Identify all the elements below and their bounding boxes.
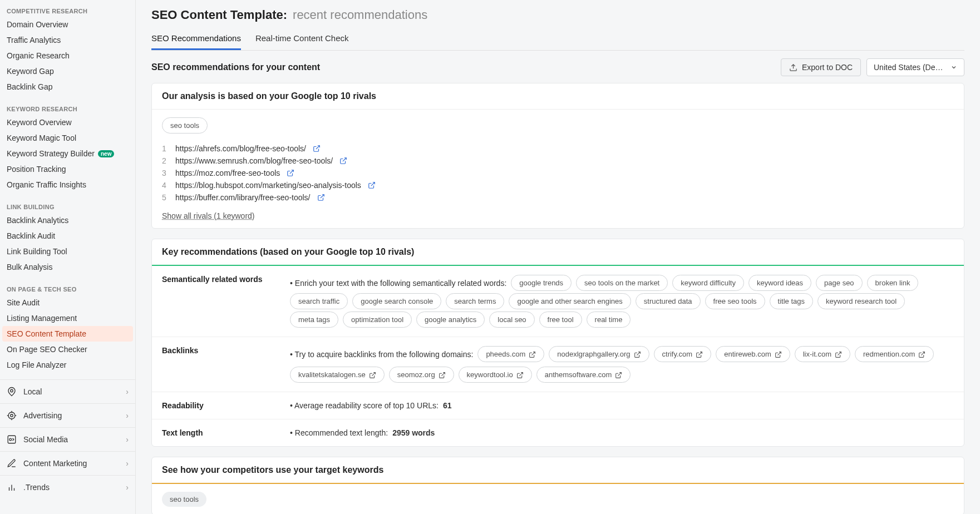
- rival-url[interactable]: https://buffer.com/library/free-seo-tool…: [175, 193, 311, 202]
- backlink-domain-pill[interactable]: redmention.com: [855, 346, 934, 362]
- semantic-tag[interactable]: real time: [587, 312, 631, 328]
- semantic-tag[interactable]: optimization tool: [343, 312, 412, 328]
- external-link-icon[interactable]: [339, 157, 347, 165]
- row-semantic: Semantically related words Enrich your t…: [152, 266, 964, 337]
- sidebar-item-backlink-analytics[interactable]: Backlink Analytics: [0, 212, 135, 228]
- sidebar-item-listing[interactable]: Listing Management: [0, 310, 135, 326]
- semantic-tag[interactable]: meta tags: [290, 312, 338, 328]
- semantic-tag[interactable]: keyword difficulty: [672, 275, 744, 291]
- backlink-domain-pill[interactable]: entireweb.com: [716, 346, 790, 362]
- sidebar-item-site-audit[interactable]: Site Audit: [0, 295, 135, 310]
- svg-line-13: [316, 146, 319, 149]
- sidebar-item-organic-research[interactable]: Organic Research: [0, 48, 135, 63]
- textlength-value: 2959 words: [392, 428, 435, 437]
- semantic-tag[interactable]: keyword research tool: [818, 293, 905, 309]
- page-title: SEO Content Template: recent recommendat…: [151, 8, 964, 22]
- semantic-tag[interactable]: search traffic: [290, 293, 348, 309]
- sidebar-footer-advertising[interactable]: Advertising ›: [0, 403, 135, 427]
- chevron-right-icon: ›: [126, 387, 129, 396]
- semantic-tag[interactable]: seo tools on the market: [576, 275, 668, 291]
- sidebar-item-seo-content-template[interactable]: SEO Content Template: [2, 326, 133, 342]
- rival-url[interactable]: https://blog.hubspot.com/marketing/seo-a…: [175, 181, 361, 190]
- sidebar-item-onpage-checker[interactable]: On Page SEO Checker: [0, 342, 135, 357]
- sidebar-item-organic-insights[interactable]: Organic Traffic Insights: [0, 177, 135, 192]
- svg-line-15: [290, 170, 293, 174]
- competitor-title: See how your competitors use your target…: [152, 457, 964, 484]
- svg-line-25: [441, 373, 445, 376]
- key-title: Key recommendations (based on your Googl…: [152, 239, 964, 266]
- show-all-link[interactable]: Show all rivals (1 keyword): [162, 211, 255, 220]
- sidebar-item-backlink-audit[interactable]: Backlink Audit: [0, 228, 135, 244]
- semantic-tag[interactable]: broken link: [867, 275, 919, 291]
- rival-num: 5: [162, 193, 169, 202]
- sidebar-section-competitive: COMPETITIVE RESEARCH: [0, 4, 135, 17]
- svg-line-18: [532, 352, 535, 355]
- sidebar-footer-trends[interactable]: .Trends ›: [0, 475, 135, 499]
- sidebar-footer-local[interactable]: Local ›: [0, 379, 135, 403]
- backlink-domain-pill[interactable]: keywordtool.io: [459, 367, 532, 383]
- external-link-icon[interactable]: [287, 169, 294, 177]
- rival-row: 1https://ahrefs.com/blog/free-seo-tools/: [162, 142, 954, 155]
- backlink-domain-pill[interactable]: lix-it.com: [795, 346, 850, 362]
- semantic-tag[interactable]: google search console: [352, 293, 441, 309]
- sidebar-footer-social[interactable]: Social Media ›: [0, 427, 135, 451]
- section-heading: SEO recommendations for your content: [151, 62, 320, 72]
- sidebar-item-keyword-strategy[interactable]: Keyword Strategy Builder new: [0, 146, 135, 161]
- tab-seo-recommendations[interactable]: SEO Recommendations: [151, 33, 241, 50]
- svg-line-17: [320, 195, 323, 198]
- backlink-domain-pill[interactable]: nodexlgraphgallery.org: [549, 346, 649, 362]
- sidebar-item-domain-overview[interactable]: Domain Overview: [0, 17, 135, 32]
- dropdown-label: United States (Deskt…: [874, 63, 946, 72]
- chart-icon: [7, 482, 17, 492]
- analysis-title: Our analysis is based on your Google top…: [152, 83, 964, 110]
- backlink-domain-pill[interactable]: pheeds.com: [477, 346, 544, 362]
- semantic-tag[interactable]: page seo: [816, 275, 863, 291]
- semantic-tag[interactable]: title tags: [770, 293, 813, 309]
- backlink-domain-pill[interactable]: seomoz.org: [389, 367, 454, 383]
- semantic-tag[interactable]: keyword ideas: [748, 275, 811, 291]
- svg-line-21: [777, 352, 781, 355]
- semantic-tag[interactable]: free seo tools: [705, 293, 765, 309]
- semantic-tag[interactable]: search terms: [446, 293, 504, 309]
- competitor-keyword-pill[interactable]: seo tools: [162, 492, 206, 507]
- sidebar-item-log-analyzer[interactable]: Log File Analyzer: [0, 357, 135, 373]
- sidebar-item-position-tracking[interactable]: Position Tracking: [0, 161, 135, 177]
- backlink-domain-pill[interactable]: anthemsoftware.com: [536, 367, 631, 383]
- sidebar-item-backlink-gap[interactable]: Backlink Gap: [0, 79, 135, 95]
- semantic-tag[interactable]: free tool: [539, 312, 582, 328]
- semantic-tag[interactable]: google analytics: [416, 312, 485, 328]
- sidebar-item-keyword-magic[interactable]: Keyword Magic Tool: [0, 130, 135, 146]
- tab-realtime-check[interactable]: Real-time Content Check: [255, 33, 349, 50]
- readability-value: 61: [443, 401, 452, 410]
- backlink-domain-pill[interactable]: ctrify.com: [654, 346, 712, 362]
- row-textlength: Text length Recommended text length: 295…: [152, 419, 964, 446]
- chevron-right-icon: ›: [126, 411, 129, 420]
- rival-url[interactable]: https://ahrefs.com/blog/free-seo-tools/: [175, 144, 306, 153]
- sidebar-item-link-building[interactable]: Link Building Tool: [0, 244, 135, 259]
- device-dropdown[interactable]: United States (Deskt…: [866, 58, 964, 76]
- rival-url[interactable]: https://www.semrush.com/blog/free-seo-to…: [175, 156, 333, 165]
- sidebar-item-traffic-analytics[interactable]: Traffic Analytics: [0, 32, 135, 48]
- semantic-tag[interactable]: structured data: [636, 293, 701, 309]
- svg-line-22: [838, 352, 841, 355]
- sidebar-footer-content[interactable]: Content Marketing ›: [0, 451, 135, 475]
- semantic-tag[interactable]: google trends: [511, 275, 572, 291]
- semantic-tag[interactable]: google and other search engines: [509, 293, 631, 309]
- external-link-icon[interactable]: [313, 145, 321, 152]
- external-link-icon[interactable]: [317, 194, 325, 201]
- sidebar-item-label: Keyword Strategy Builder: [7, 149, 95, 158]
- rival-url[interactable]: https://moz.com/free-seo-tools: [175, 169, 280, 177]
- export-button[interactable]: Export to DOC: [781, 58, 861, 76]
- svg-point-0: [11, 389, 13, 392]
- svg-line-23: [922, 352, 925, 355]
- external-link-icon[interactable]: [368, 181, 376, 189]
- sidebar-item-keyword-overview[interactable]: Keyword Overview: [0, 115, 135, 130]
- rival-row: 2https://www.semrush.com/blog/free-seo-t…: [162, 155, 954, 167]
- sidebar-item-bulk-analysis[interactable]: Bulk Analysis: [0, 259, 135, 275]
- semantic-tag[interactable]: local seo: [489, 312, 534, 328]
- backlink-domain-pill[interactable]: kvalitetskatalogen.se: [290, 367, 385, 383]
- chevron-right-icon: ›: [126, 435, 129, 444]
- svg-point-8: [9, 438, 12, 441]
- sidebar-item-keyword-gap[interactable]: Keyword Gap: [0, 63, 135, 79]
- keyword-pill[interactable]: seo tools: [162, 117, 208, 134]
